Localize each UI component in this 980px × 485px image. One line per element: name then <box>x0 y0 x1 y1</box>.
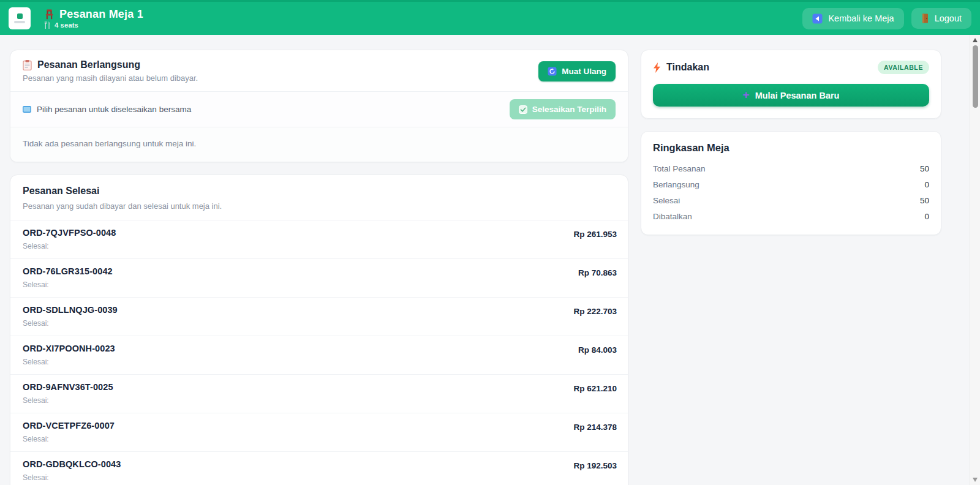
summary-row-total: Total Pesanan 50 <box>653 161 929 177</box>
order-id: ORD-76LGR315-0042 <box>23 266 113 276</box>
order-list-item[interactable]: ORD-VCETPFZ6-0007 Selesai: Rp 214.378 <box>10 413 628 451</box>
order-amount: Rp 261.953 <box>573 230 617 239</box>
order-id: ORD-GDBQKLCO-0043 <box>23 459 121 469</box>
lightning-icon <box>653 62 661 73</box>
summary-value: 50 <box>920 164 929 173</box>
status-badge: AVAILABLE <box>878 61 929 74</box>
app-header: Pesanan Meja 1 4 seats Kembali k <box>0 0 980 35</box>
order-amount: Rp 621.210 <box>573 384 617 393</box>
summary-row-ongoing: Berlangsung 0 <box>653 177 929 193</box>
select-orders-hint: Pilih pesanan untuk diselesaikan bersama <box>37 105 191 114</box>
back-button-label: Kembali ke Meja <box>828 13 894 23</box>
scrollbar-up-arrow-icon[interactable] <box>973 38 978 42</box>
ongoing-empty-state: Tidak ada pesanan berlangsung untuk meja… <box>10 127 628 162</box>
summary-card-title: Ringkasan Meja <box>653 142 929 154</box>
order-list-item[interactable]: ORD-76LGR315-0042 Selesai: Rp 70.863 <box>10 258 628 297</box>
finish-selected-button[interactable]: Selesaikan Terpilih <box>510 99 616 119</box>
check-icon <box>519 105 527 114</box>
summary-row-cancelled: Dibatalkan 0 <box>653 209 929 225</box>
order-amount: Rp 214.378 <box>573 423 617 432</box>
summary-label: Berlangsung <box>653 180 699 189</box>
back-to-tables-button[interactable]: Kembali ke Meja <box>802 8 903 29</box>
completed-card-subtitle: Pesanan yang sudah dibayar dan selesai u… <box>23 201 222 211</box>
refresh-icon <box>548 67 557 76</box>
page-title: Pesanan Meja 1 <box>59 8 143 21</box>
reload-button[interactable]: Muat Ulang <box>538 61 616 81</box>
finish-selected-label: Selesaikan Terpilih <box>532 105 606 114</box>
ongoing-card-subtitle: Pesanan yang masih dilayani atau belum d… <box>23 73 198 83</box>
start-new-order-label: Mulai Pesanan Baru <box>755 91 840 100</box>
actions-card: Tindakan AVAILABLE + Mulai Pesanan Baru <box>641 50 941 119</box>
scrollbar-thumb[interactable] <box>973 45 978 108</box>
order-status-label: Selesai: <box>23 242 116 250</box>
order-status-label: Selesai: <box>23 280 113 289</box>
actions-card-title: Tindakan <box>666 62 709 73</box>
chair-icon <box>44 9 55 20</box>
order-list-item[interactable]: ORD-9AFNV36T-0025 Selesai: Rp 621.210 <box>10 374 628 413</box>
logo-text-placeholder <box>14 21 25 23</box>
order-id: ORD-9AFNV36T-0025 <box>23 382 113 392</box>
summary-value: 50 <box>920 196 929 205</box>
vertical-scrollbar[interactable] <box>970 35 980 485</box>
order-id: ORD-VCETPFZ6-0007 <box>23 421 115 430</box>
logout-button-label: Logout <box>935 13 962 23</box>
ongoing-empty-message: Tidak ada pesanan berlangsung untuk meja… <box>23 139 196 148</box>
completed-card-title: Pesanan Selesai <box>23 186 616 197</box>
ongoing-card-title: Pesanan Berlangsung <box>37 59 140 70</box>
plus-icon: + <box>743 89 750 100</box>
order-status-label: Selesai: <box>23 435 115 443</box>
summary-label: Selesai <box>653 196 680 205</box>
fork-knife-icon <box>44 21 51 29</box>
order-amount: Rp 84.003 <box>578 345 617 355</box>
order-amount: Rp 70.863 <box>578 268 617 277</box>
order-amount: Rp 192.503 <box>573 461 617 470</box>
order-status-label: Selesai: <box>23 319 118 328</box>
order-status-label: Selesai: <box>23 396 113 405</box>
summary-row-completed: Selesai 50 <box>653 193 929 209</box>
app-logo <box>9 7 31 29</box>
order-list-item[interactable]: ORD-XI7POONH-0023 Selesai: Rp 84.003 <box>10 336 628 374</box>
order-amount: Rp 222.703 <box>573 307 617 316</box>
reload-button-label: Muat Ulang <box>562 67 606 76</box>
logout-button[interactable]: Logout <box>911 8 971 29</box>
order-status-label: Selesai: <box>23 358 115 366</box>
back-arrow-icon <box>812 13 823 24</box>
summary-value: 0 <box>924 180 929 189</box>
start-new-order-button[interactable]: + Mulai Pesanan Baru <box>653 84 929 107</box>
summary-label: Total Pesanan <box>653 164 706 173</box>
seats-count: 4 seats <box>55 21 78 29</box>
order-list-item[interactable]: ORD-SDLLNQJG-0039 Selesai: Rp 222.703 <box>10 297 628 336</box>
select-orders-row: Pilih pesanan untuk diselesaikan bersama… <box>10 91 628 127</box>
order-status-label: Selesai: <box>23 473 121 482</box>
order-id: ORD-7QJVFPSO-0048 <box>23 228 116 238</box>
table-summary-card: Ringkasan Meja Total Pesanan 50 Berlangs… <box>641 131 941 235</box>
summary-value: 0 <box>924 212 929 221</box>
scrollbar-down-arrow-icon[interactable] <box>973 478 978 482</box>
logo-mark-icon <box>17 13 23 19</box>
order-list-item[interactable]: ORD-7QJVFPSO-0048 Selesai: Rp 261.953 <box>10 220 628 258</box>
summary-label: Dibatalkan <box>653 212 692 221</box>
checkbox-icon[interactable] <box>23 106 31 113</box>
order-list-item[interactable]: ORD-GDBQKLCO-0043 Selesai: Rp 192.503 <box>10 451 628 485</box>
order-id: ORD-SDLLNQJG-0039 <box>23 305 118 315</box>
completed-orders-card: Pesanan Selesai Pesanan yang sudah dibay… <box>10 175 628 485</box>
clipboard-icon <box>23 60 32 70</box>
door-icon <box>921 13 929 23</box>
ongoing-orders-card: Pesanan Berlangsung Pesanan yang masih d… <box>10 50 628 162</box>
order-id: ORD-XI7POONH-0023 <box>23 344 115 353</box>
